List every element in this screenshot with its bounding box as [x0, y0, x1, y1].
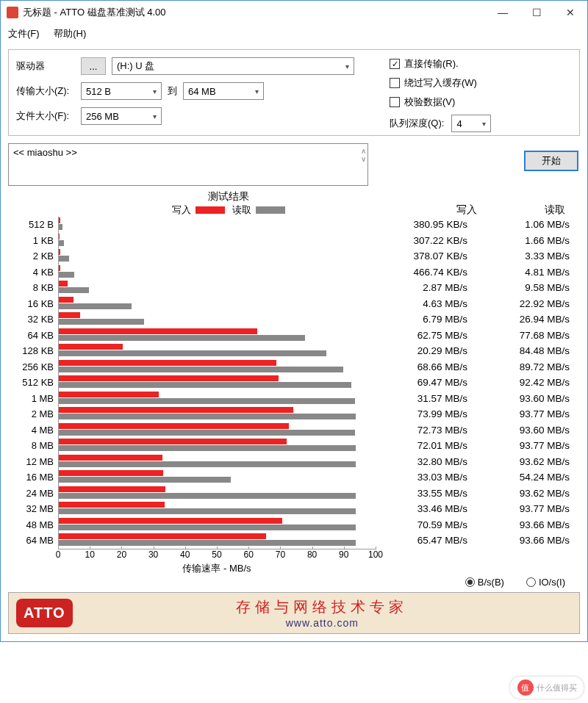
- description-text: << miaoshu >>: [13, 147, 77, 158]
- col-header-read: 读取: [506, 203, 565, 217]
- table-row: 32.80 MB/s 93.62 MB/s: [376, 454, 580, 470]
- chart-row: 256 KB: [8, 359, 376, 375]
- drive-select[interactable]: (H:) U 盘 ▾: [112, 57, 354, 75]
- row-label: 512 KB: [8, 377, 58, 388]
- write-value: 4.63 MB/s: [376, 298, 478, 309]
- chart-row: 16 KB: [8, 296, 376, 312]
- chart-row: 2 MB: [8, 406, 376, 422]
- legend-write: 写入: [172, 203, 225, 217]
- browse-drive-button[interactable]: ...: [81, 57, 106, 75]
- chart-row: 48 MB: [8, 517, 376, 533]
- textarea-scroll[interactable]: ∧∨: [361, 147, 366, 163]
- queue-depth-value: 4: [456, 118, 462, 129]
- to-label: 到: [168, 84, 177, 98]
- file-size-select[interactable]: 256 MB ▾: [81, 107, 162, 125]
- results-title: 测试结果: [155, 190, 302, 203]
- read-value: 4.81 MB/s: [478, 267, 580, 278]
- footer-banner: ATTO 存储与网络技术专家 www.atto.com: [8, 592, 580, 634]
- footer-url[interactable]: www.atto.com: [73, 617, 572, 629]
- table-row: 307.22 KB/s 1.66 MB/s: [376, 233, 580, 249]
- table-row: 72.73 MB/s 93.60 MB/s: [376, 422, 580, 439]
- col-header-write: 写入: [418, 203, 477, 217]
- chart-row: 32 MB: [8, 501, 376, 517]
- read-swatch-icon: [256, 206, 285, 214]
- titlebar: 无标题 - ATTO 磁盘基准测试 4.00 — ☐ ✕: [1, 1, 587, 24]
- write-value: 2.87 MB/s: [376, 282, 478, 293]
- row-label: 48 MB: [8, 519, 58, 530]
- write-value: 380.95 KB/s: [376, 219, 478, 230]
- chevron-down-icon: ▾: [255, 87, 259, 95]
- config-panel: 驱动器 ... (H:) U 盘 ▾ 传输大小(Z): 512 B ▾ 到: [8, 49, 580, 136]
- chart-row: 64 KB: [8, 328, 376, 344]
- read-value: 89.72 MB/s: [478, 361, 580, 372]
- row-label: 12 MB: [8, 456, 58, 467]
- minimize-button[interactable]: —: [486, 1, 520, 24]
- table-row: 2.87 MB/s 9.58 MB/s: [376, 280, 580, 296]
- write-value: 72.01 MB/s: [376, 440, 478, 451]
- read-value: 1.66 MB/s: [478, 235, 580, 246]
- footer-text: 存储与网络技术专家: [236, 599, 408, 615]
- read-value: 93.66 MB/s: [478, 535, 580, 546]
- chart-row: 12 MB: [8, 454, 376, 470]
- radio-io-per-sec[interactable]: IO/s(I): [526, 577, 565, 588]
- write-value: 33.46 MB/s: [376, 503, 478, 514]
- legend-read-label: 读取: [232, 203, 251, 217]
- bar-chart: 512 B 1 KB 2 KB 4 KB 8 KB 16 KB 32 KB 64…: [8, 217, 376, 575]
- transfer-size-to-select[interactable]: 64 MB ▾: [183, 82, 264, 100]
- table-row: 4.63 MB/s 22.92 MB/s: [376, 296, 580, 312]
- table-row: 69.47 MB/s 92.42 MB/s: [376, 375, 580, 391]
- row-label: 256 KB: [8, 361, 58, 372]
- bypass-cache-checkbox[interactable]: [390, 78, 400, 88]
- app-icon: [7, 7, 18, 18]
- menu-file[interactable]: 文件(F): [8, 28, 40, 39]
- direct-io-label: 直接传输(R).: [404, 57, 459, 71]
- direct-io-checkbox[interactable]: ✓: [390, 59, 400, 69]
- write-value: 20.29 MB/s: [376, 345, 478, 356]
- chart-row: 4 MB: [8, 422, 376, 439]
- write-value: 72.73 MB/s: [376, 425, 478, 436]
- row-label: 16 KB: [8, 298, 58, 309]
- drive-label: 驱动器: [16, 60, 81, 73]
- chevron-down-icon: ▾: [153, 112, 157, 120]
- close-button[interactable]: ✕: [553, 1, 587, 24]
- window-title: 无标题 - ATTO 磁盘基准测试 4.00: [23, 6, 486, 19]
- table-row: 65.47 MB/s 93.66 MB/s: [376, 533, 580, 549]
- legend-write-label: 写入: [172, 203, 191, 217]
- chevron-down-icon: ▾: [482, 120, 486, 128]
- chart-row: 8 MB: [8, 438, 376, 454]
- write-value: 70.59 MB/s: [376, 519, 478, 530]
- drive-value: (H:) U 盘: [117, 60, 154, 73]
- radio-bytes-per-sec[interactable]: B/s(B): [465, 577, 504, 588]
- transfer-size-label: 传输大小(Z):: [16, 84, 81, 98]
- row-label: 512 B: [8, 219, 58, 230]
- table-row: 33.55 MB/s 93.62 MB/s: [376, 486, 580, 502]
- file-size-value: 256 MB: [86, 111, 119, 122]
- read-value: 9.58 MB/s: [478, 282, 580, 293]
- table-row: 62.75 MB/s 77.68 MB/s: [376, 328, 580, 344]
- chart-row: 1 MB: [8, 391, 376, 407]
- table-row: 378.07 KB/s 3.33 MB/s: [376, 248, 580, 264]
- file-size-label: 文件大小(F):: [16, 109, 81, 123]
- read-value: 93.62 MB/s: [478, 488, 580, 499]
- maximize-button[interactable]: ☐: [520, 1, 553, 24]
- table-row: 466.74 KB/s 4.81 MB/s: [376, 264, 580, 281]
- chart-row: 512 B: [8, 217, 376, 233]
- menu-help[interactable]: 帮助(H): [54, 28, 86, 39]
- read-value: 93.62 MB/s: [478, 456, 580, 467]
- row-label: 2 KB: [8, 250, 58, 262]
- x-axis-label: 传输速率 - MB/s: [58, 562, 376, 575]
- read-value: 93.60 MB/s: [478, 393, 580, 404]
- read-value: 92.42 MB/s: [478, 377, 580, 388]
- start-button[interactable]: 开始: [524, 151, 578, 171]
- verify-data-checkbox[interactable]: [390, 97, 400, 107]
- app-window: 无标题 - ATTO 磁盘基准测试 4.00 — ☐ ✕ 文件(F) 帮助(H)…: [0, 0, 588, 642]
- row-label: 16 MB: [8, 472, 58, 483]
- read-value: 1.06 MB/s: [478, 219, 580, 230]
- read-value: 93.66 MB/s: [478, 519, 580, 530]
- queue-depth-select[interactable]: 4 ▾: [451, 115, 491, 132]
- verify-data-label: 校验数据(V): [404, 95, 455, 109]
- transfer-size-from-select[interactable]: 512 B ▾: [81, 82, 162, 100]
- write-value: 33.55 MB/s: [376, 488, 478, 499]
- row-label: 1 MB: [8, 393, 58, 404]
- description-textarea[interactable]: << miaoshu >> ∧∨: [8, 143, 368, 186]
